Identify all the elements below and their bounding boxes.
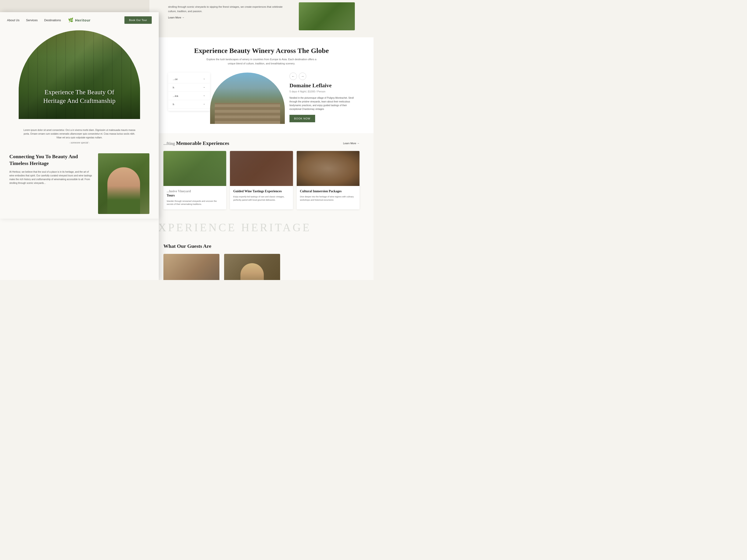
top-right-text: strolling through scenic vineyards to si… [168,2,289,19]
connecting-left: Connecting You To Beauty And Timeless He… [9,153,93,185]
guest-photo-bg-1 [163,254,220,280]
menu-item-south-label: ...ica [173,95,178,97]
logo-text: Heritour [75,18,91,22]
nav-services[interactable]: Services [26,19,37,22]
experiences-section-title: ...fting Memorable Experiences [163,140,229,146]
exp-card-vineyard-desc: Wander through renowned vineyards and un… [167,200,223,206]
navigation: About Us Services Destinations 🌿 Heritou… [0,12,159,28]
destination-area: ...ce → h → ...ica → h → [168,73,355,124]
exp-card-vineyard: ...lusive Vineyard Tours Wander through … [163,151,226,209]
menu-item-asia-label: h [173,103,174,106]
exp-card-vineyard-body: ...lusive Vineyard Tours Wander through … [163,186,226,209]
experiences-title-main: Memorable Experiences [176,140,229,146]
vineyard-overlay [19,30,140,119]
exp-card-cultural-body: Cultural Immersion Packages Dive deeper … [297,186,360,205]
exp-card-vineyard-title: ...lusive Vineyard Tours [167,189,223,197]
quote-section: Lorem ipsum dolor sit amet consectetur. … [0,124,159,149]
next-arrow-button[interactable]: → [299,73,306,80]
exp-card-tasting-image [230,151,293,186]
tunnel-arch-overlay [297,151,360,186]
guest-section-title: What Our Guests Are [163,243,360,249]
exp-card-cultural-image [297,151,360,186]
logo-icon: 🌿 [68,18,73,23]
guest-photo-bg-2 [224,254,280,280]
connecting-image [98,153,149,214]
destination-description: Nestled in the picturesque village of Pu… [289,96,355,111]
prev-arrow-button[interactable]: ← [289,73,297,80]
destination-list: ...ce → h → ...ica → h → [168,73,210,124]
menu-item-north[interactable]: h → [168,83,210,92]
guest-section: What Our Guests Are [149,238,374,280]
hero-text-block: Experience The Beauty Of Heritage And Cr… [35,88,124,105]
menu-item-north-arrow: → [203,86,205,89]
menu-item-south[interactable]: ...ica → [168,92,210,100]
left-panel: About Us Services Destinations 🌿 Heritou… [0,12,159,219]
guest-photo-2 [224,254,280,280]
top-right-body: strolling through scenic vineyards to si… [168,5,289,13]
experiences-section: ...fting Memorable Experiences Learn Mor… [149,133,374,216]
menu-item-asia-arrow: → [203,102,205,106]
top-right-image [299,2,355,30]
wine-glasses-overlay [230,151,293,186]
stone-wall [215,103,280,124]
nav-about-us[interactable]: About Us [7,19,19,22]
exp-card-vineyard-image [163,151,226,186]
exp-card-cultural-title: Cultural Immersion Packages [300,189,356,193]
nav-arrows: ← → [289,73,355,80]
nav-links: About Us Services Destinations [7,19,61,22]
experiences-header: ...fting Memorable Experiences Learn Mor… [163,140,360,146]
book-now-button[interactable]: BOOK NOW [289,115,315,122]
right-panel: strolling through scenic vineyards to si… [149,0,374,280]
quote-author: - someone special - [9,141,149,144]
experience-section: Experience Beauty Winery Across The Glob… [149,37,374,133]
destination-arch-image [210,73,285,124]
exp-card-tasting-desc: Enjoy expertly-led tastings of rare and … [233,195,289,202]
experiences-title-partial: ...fting [163,141,176,146]
exp-card-tasting-body: Guided Wine Tastings Experiences Enjoy e… [230,186,293,205]
top-right-image-overlay [299,2,355,30]
menu-item-north-label: h [173,86,174,89]
menu-list: ...ce → h → ...ica → h → [168,73,210,111]
hero-arch-image: Experience The Beauty Of Heritage And Cr… [19,30,140,119]
experiences-learn-more[interactable]: Learn More → [343,142,360,145]
farmer-face [107,167,140,214]
exp-card-tasting-title: Guided Wine Tastings Experiences [233,189,289,193]
marquee-text: EXPERIENCE HERITAGE [149,221,374,234]
marquee-section: EXPERIENCE HERITAGE [149,216,374,238]
exp-card-vineyard-title-rest: Tours [167,194,175,197]
hero-section: Experience The Beauty Of Heritage And Cr… [0,28,159,124]
vineyard-people-overlay [163,151,226,186]
connecting-title: Connecting You To Beauty And Timeless He… [9,153,93,167]
exp-card-tasting: Guided Wine Tastings Experiences Enjoy e… [230,151,293,209]
connecting-section: Connecting You To Beauty And Timeless He… [0,149,159,219]
nav-destinations[interactable]: Destinations [44,19,61,22]
quote-text: Lorem ipsum dolor sit amet consectetur. … [21,128,138,139]
exp-card-cultural-desc: Dive deeper into the heritage of wine re… [300,195,356,202]
exp-card-cultural: Cultural Immersion Packages Dive deeper … [297,151,360,209]
guest-photos [163,254,360,280]
connecting-body: At Heritour, we believe that the soul of… [9,170,93,185]
top-right-section: strolling through scenic vineyards to si… [149,0,374,37]
menu-item-europe[interactable]: ...ce → [168,75,210,83]
menu-item-asia[interactable]: h → [168,100,210,108]
hero-background [19,30,140,119]
destination-name: Domaine Leflaive [289,82,355,89]
menu-item-europe-arrow: → [203,77,205,81]
menu-item-europe-label: ...ce [173,78,178,80]
guest-photo-1 [163,254,220,280]
logo: 🌿 Heritour [68,18,91,23]
destination-info: ← → Domaine Leflaive 5 days 4 Night | $1… [285,73,355,124]
experience-cards: ...lusive Vineyard Tours Wander through … [163,151,360,209]
menu-item-south-arrow: → [203,94,205,98]
book-tour-button[interactable]: Book Our Tour [124,16,152,24]
exp-card-vineyard-partial: ...lusive Vineyard [167,189,191,193]
hero-title: Experience The Beauty Of Heritage And Cr… [35,88,124,105]
experience-section-title: Experience Beauty Winery Across The Glob… [168,47,355,55]
learn-more-link[interactable]: Learn More → [168,16,289,19]
experience-section-subtitle: Explore the lush landscapes of winery in… [203,57,320,65]
destination-details: 5 days 4 Night | $1000 / Person [289,90,355,93]
